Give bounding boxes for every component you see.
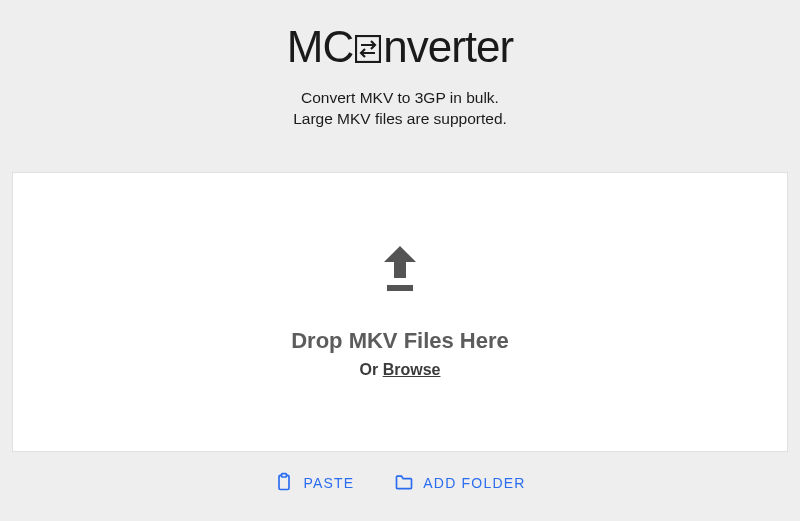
action-bar: PASTE ADD FOLDER <box>274 472 525 495</box>
dropzone-title: Drop MKV Files Here <box>291 328 509 354</box>
upload-icon <box>376 244 424 298</box>
dropzone-subtext: Or Browse <box>360 361 441 379</box>
file-dropzone[interactable]: Drop MKV Files Here Or Browse <box>12 172 788 452</box>
logo-text-part1: MC <box>287 22 353 72</box>
paste-label: PASTE <box>303 475 354 491</box>
folder-icon <box>394 472 414 495</box>
clipboard-icon <box>274 472 294 495</box>
svg-rect-1 <box>387 285 413 291</box>
add-folder-button[interactable]: ADD FOLDER <box>394 472 525 495</box>
browse-link[interactable]: Browse <box>383 361 441 378</box>
add-folder-label: ADD FOLDER <box>423 475 525 491</box>
convert-arrows-icon <box>355 35 381 63</box>
brand-logo: MC nverter <box>287 22 513 72</box>
page-subtitle: Convert MKV to 3GP in bulk. Large MKV fi… <box>293 88 507 130</box>
svg-rect-0 <box>356 36 380 62</box>
subtitle-line-2: Large MKV files are supported. <box>293 109 507 130</box>
svg-rect-3 <box>282 474 287 477</box>
or-text: Or <box>360 361 383 378</box>
logo-text-part2: nverter <box>383 22 513 72</box>
subtitle-line-1: Convert MKV to 3GP in bulk. <box>293 88 507 109</box>
paste-button[interactable]: PASTE <box>274 472 354 495</box>
